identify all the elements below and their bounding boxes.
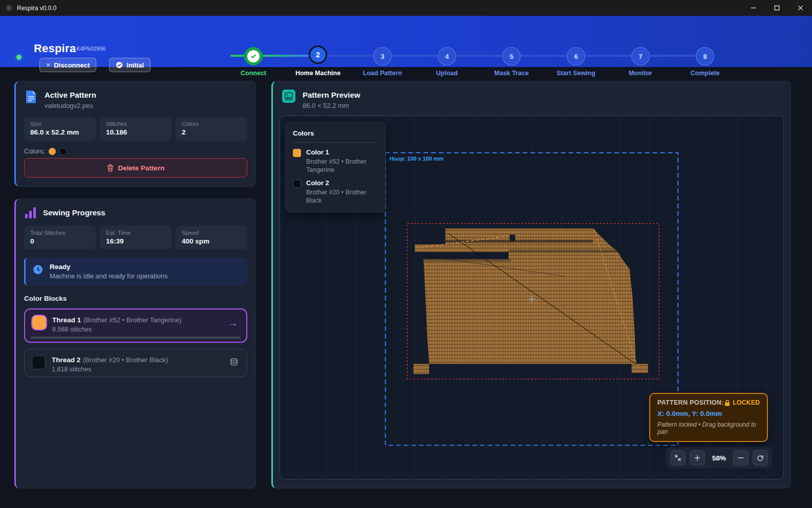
thread-2-swatch	[32, 356, 46, 369]
step-start-sewing[interactable]: 6 Start Sewing	[544, 40, 608, 77]
arrow-right-icon[interactable]: →	[228, 318, 238, 328]
plus-icon	[693, 454, 701, 462]
maximize-button[interactable]	[765, 0, 788, 16]
machine-serial: • K4P502956	[73, 46, 105, 52]
thread-1-progress-bar	[31, 337, 241, 339]
step-upload[interactable]: 4 Upload	[415, 40, 479, 77]
app-icon	[5, 4, 13, 12]
title-bar: Respira v0.0.0	[0, 0, 812, 16]
thread-2-block[interactable]: Thread 2 (Brother #20 • Brother Black) 1…	[24, 349, 247, 377]
minus-icon	[737, 454, 745, 462]
active-pattern-card: Active Pattern valetudogv2.pes Size 86.0…	[14, 81, 256, 187]
minimize-icon	[751, 5, 756, 11]
legend-color-2: Color 2 Brother #20 • Brother Black	[293, 179, 378, 205]
preview-canvas[interactable]: Hoop: 100 x 100 mm	[280, 116, 784, 479]
preview-title: Pattern Preview	[303, 90, 360, 99]
colors-label: Colors:	[24, 147, 45, 155]
position-coordinates: X: 0.0mm, Y: 0.0mm	[657, 410, 760, 417]
trash-icon	[107, 164, 114, 172]
legend-swatch-2	[293, 180, 301, 188]
disconnect-x-icon: ×	[46, 61, 50, 69]
delete-pattern-button[interactable]: Delete Pattern	[24, 158, 247, 178]
color-swatch-1	[49, 148, 56, 155]
minimize-button[interactable]	[741, 0, 765, 16]
status-text: Machine is idle and ready for operations	[50, 272, 168, 280]
legend-swatch-1	[293, 149, 301, 157]
step-mask-trace[interactable]: 5 Mask Trace	[479, 40, 544, 77]
stat-est-time: Est. Time 16:39	[100, 226, 172, 250]
step-complete-check-icon	[247, 50, 260, 62]
close-button[interactable]	[788, 0, 812, 16]
machine-status-box: Ready Machine is idle and ready for oper…	[24, 258, 247, 285]
pattern-filename: valetudogv2.pes	[45, 102, 96, 109]
app-name: Respira	[34, 42, 76, 55]
stat-speed: Speed 400 spm	[176, 226, 247, 250]
fit-view-button[interactable]	[670, 450, 686, 466]
app-header: Respira • K4P502956 × Disconnect Initial	[0, 16, 812, 67]
connection-status-dot	[16, 55, 22, 60]
image-icon	[282, 90, 295, 103]
stat-size: Size 86.0 x 52.2 mm	[24, 117, 96, 141]
pattern-position-overlay: PATTERN POSITION: LOCKED X: 0.0mm, Y: 0.…	[649, 393, 768, 442]
colors-legend-title: Colors	[293, 129, 378, 137]
step-home-machine[interactable]: 2 Home Machine	[286, 40, 350, 77]
lock-icon	[724, 400, 730, 406]
zoom-in-button[interactable]	[690, 450, 705, 466]
stat-colors: Colors 2	[176, 117, 247, 141]
stat-stitches: Stitches 10.186	[100, 117, 172, 141]
thread-1-swatch	[32, 316, 46, 329]
step-complete[interactable]: 8 Complete	[673, 40, 737, 77]
preview-dimensions: 86.0 × 52.2 mm	[303, 102, 360, 109]
pattern-preview-card: Pattern Preview 86.0 × 52.2 mm Hoop: 100…	[271, 81, 791, 489]
color-swatch-2	[59, 148, 67, 155]
refresh-icon	[756, 454, 764, 462]
clock-icon	[33, 264, 43, 275]
zoom-controls: 58%	[666, 447, 772, 469]
initial-button[interactable]: Initial	[109, 58, 151, 72]
step-monitor[interactable]: 7 Monitor	[608, 40, 673, 77]
sewing-progress-title: Sewing Progress	[43, 207, 105, 217]
color-blocks-label: Color Blocks	[24, 295, 247, 302]
active-pattern-title: Active Pattern	[45, 90, 96, 99]
colors-legend-panel: Colors Color 1 Brother #52 • Brother Tan…	[285, 122, 386, 212]
stitch-region	[413, 229, 648, 374]
hoop-label: Hoop: 100 x 100 mm	[390, 156, 444, 162]
close-icon	[798, 5, 803, 11]
position-label: PATTERN POSITION:	[657, 399, 724, 406]
stat-total-stitches: Total Stitches 0	[24, 226, 96, 250]
disconnect-button[interactable]: × Disconnect	[39, 58, 96, 72]
zoom-out-button[interactable]	[733, 450, 749, 466]
step-connect[interactable]: Connect	[221, 40, 286, 77]
legend-color-1: Color 1 Brother #52 • Brother Tangerine	[293, 148, 378, 174]
file-icon	[25, 90, 37, 104]
sewing-progress-card: Sewing Progress Total Stitches 0 Est. Ti…	[14, 198, 256, 489]
zoom-level: 58%	[712, 454, 726, 462]
workflow-stepper: Connect 2 Home Machine 3 Load Pattern 4 …	[221, 40, 772, 77]
lock-state: LOCKED	[733, 399, 760, 406]
step-load-pattern[interactable]: 3 Load Pattern	[350, 40, 415, 77]
stack-icon	[229, 358, 239, 367]
thread-1-block[interactable]: Thread 1 (Brother #52 • Brother Tangerin…	[24, 308, 247, 343]
window-title: Respira v0.0.0	[17, 5, 56, 12]
position-hint: Pattern locked • Drag background to pan	[657, 421, 760, 435]
status-title: Ready	[50, 263, 168, 271]
maximize-icon	[774, 5, 780, 11]
bar-chart-icon	[25, 207, 36, 218]
reset-view-button[interactable]	[753, 450, 768, 466]
check-badge-icon	[116, 61, 123, 69]
fit-view-icon	[674, 454, 682, 462]
